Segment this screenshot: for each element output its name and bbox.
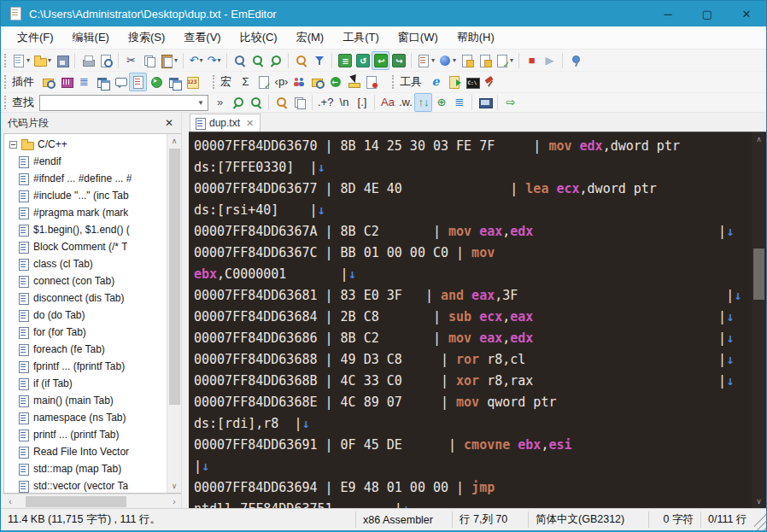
undo-button[interactable]: ↶▾: [187, 51, 205, 70]
snippet-item-10[interactable]: for (for Tab): [4, 324, 167, 341]
select-macro-button[interactable]: ▾: [494, 51, 515, 70]
run-macro-button[interactable]: ▶: [541, 51, 559, 70]
paste-button[interactable]: ▾: [158, 51, 179, 70]
wrap-window-button[interactable]: [354, 51, 372, 70]
snippet-item-12[interactable]: fprintf ... (fprintf Tab): [4, 358, 167, 375]
wrap-none-button[interactable]: [336, 51, 354, 70]
open-file-dropdown-icon[interactable]: ▾: [48, 56, 51, 64]
wrap-page-button[interactable]: [389, 51, 407, 70]
tool-browser-button[interactable]: [427, 73, 445, 91]
menu-item-4[interactable]: 比较(C): [231, 26, 287, 49]
use-regex-button[interactable]: .+?: [316, 93, 335, 112]
whole-word-button[interactable]: .w.: [396, 93, 414, 112]
tab-dup-txt[interactable]: dup.txt ✕: [190, 114, 261, 132]
plugin-snippets-button[interactable]: [129, 73, 147, 91]
scrollbar-thumb[interactable]: [753, 248, 764, 300]
status-syntax[interactable]: x86 Assembler: [356, 509, 452, 530]
menu-item-3[interactable]: 查看(V): [174, 26, 230, 49]
macro-breakpoint-button[interactable]: [362, 73, 380, 91]
filter-button[interactable]: [310, 51, 328, 70]
maximize-button[interactable]: ▢: [688, 1, 727, 26]
macro-back-button[interactable]: [326, 73, 344, 91]
scrollbar-thumb[interactable]: [26, 496, 126, 507]
menu-item-8[interactable]: 帮助(H): [448, 26, 504, 49]
macro-members-button[interactable]: [290, 73, 308, 91]
scroll-down-icon[interactable]: ∨: [756, 494, 762, 508]
tab-close-icon[interactable]: ✕: [246, 118, 254, 129]
toolbar-grip[interactable]: [4, 54, 6, 67]
macro-check-doc-button[interactable]: [255, 73, 272, 91]
find-input[interactable]: [40, 96, 194, 110]
paste-dropdown-icon[interactable]: ▾: [174, 56, 178, 64]
select-macro-dropdown-icon[interactable]: ▾: [510, 56, 513, 64]
scrollbar-thumb[interactable]: [169, 149, 180, 405]
snippet-item-17[interactable]: Read File Into Vector: [4, 443, 167, 460]
char-class-button[interactable]: [.]: [353, 93, 371, 112]
menu-item-1[interactable]: 编辑(E): [63, 26, 119, 49]
panel-splitter[interactable]: [182, 113, 189, 508]
snippet-item-1[interactable]: #ifndef ... #define ... #: [4, 170, 167, 187]
snippet-item-0[interactable]: #endif: [4, 153, 167, 170]
collapse-icon[interactable]: [9, 141, 17, 149]
plugin-search-button[interactable]: [39, 73, 57, 91]
tool-cmd-button[interactable]: [463, 73, 481, 91]
pin-button[interactable]: [566, 51, 584, 70]
toolbar-grip[interactable]: [4, 96, 6, 109]
scroll-up-icon[interactable]: ∧: [172, 134, 178, 148]
snippet-item-19[interactable]: std::vector (vector Ta: [4, 477, 167, 493]
find-in-files-button[interactable]: [292, 51, 310, 70]
new-file-button[interactable]: ▾: [10, 51, 32, 70]
macro-tag-button[interactable]: ‹p›: [272, 73, 290, 91]
save-button[interactable]: [53, 51, 71, 70]
plugin-projects-button[interactable]: [93, 73, 111, 91]
menu-item-7[interactable]: 窗口(W): [389, 26, 448, 49]
snippet-item-16[interactable]: printf ... (printf Tab): [4, 426, 167, 443]
wrap-char-button[interactable]: [372, 51, 389, 70]
macro-select-button[interactable]: [344, 73, 362, 91]
snippet-item-8[interactable]: disconnect (dis Tab): [4, 289, 167, 307]
find-dropdown-icon[interactable]: ▼: [194, 96, 208, 110]
editor-vertical-scrollbar[interactable]: ∧ ∨: [752, 132, 766, 508]
incremental-list-button[interactable]: ≣: [450, 93, 468, 112]
find-next-button[interactable]: [249, 51, 266, 70]
plugin-comment-button[interactable]: [111, 73, 129, 91]
print-preview-button[interactable]: [97, 51, 114, 70]
menu-item-0[interactable]: 文件(F): [8, 26, 63, 49]
resize-grip[interactable]: [754, 509, 766, 530]
sidebar-horizontal-scrollbar[interactable]: ‹ ›: [3, 494, 181, 508]
snippet-item-13[interactable]: if (if Tab): [4, 375, 167, 392]
snippet-item-3[interactable]: #pragma mark (mark: [4, 204, 167, 221]
find-next-green-button[interactable]: [247, 93, 265, 112]
snippet-item-9[interactable]: do (do Tab): [4, 307, 167, 324]
macro-find-button[interactable]: [308, 73, 326, 91]
search-around-button[interactable]: ⊕: [432, 93, 450, 112]
word-complete-button[interactable]: ▾: [436, 51, 458, 70]
close-button[interactable]: ✕: [727, 1, 766, 26]
jump-next-button[interactable]: ⇨: [501, 93, 519, 112]
snippets-close-icon[interactable]: ✕: [162, 117, 176, 129]
save-macro-button[interactable]: [476, 51, 494, 70]
find-previous-button[interactable]: [266, 51, 284, 70]
edit-macro-button[interactable]: [458, 51, 476, 70]
sidebar-vertical-scrollbar[interactable]: ∧ ∨: [167, 134, 181, 493]
find-button[interactable]: [231, 51, 249, 70]
display-screen-button[interactable]: [476, 93, 494, 112]
scroll-down-icon[interactable]: ∨: [172, 479, 178, 493]
snippet-item-5[interactable]: Block Comment (/* T: [4, 238, 167, 255]
snippet-item-11[interactable]: foreach (fe Tab): [4, 341, 167, 358]
menu-item-2[interactable]: 搜索(S): [119, 26, 174, 49]
snippet-item-2[interactable]: #include "..." (inc Tab: [4, 187, 167, 204]
plugin-outline-button[interactable]: ≣: [75, 73, 93, 91]
plugin-open-docs-button[interactable]: [165, 73, 183, 91]
editor-area[interactable]: 00007FF84DD63670 | 8B 14 25 30 03 FE 7F …: [189, 132, 766, 508]
toolbar-grip[interactable]: [4, 75, 6, 89]
toolbar-grip[interactable]: [213, 75, 214, 89]
tree-root-cpp[interactable]: C/C++: [4, 136, 167, 153]
insert-snippet-dropdown-icon[interactable]: ▾: [431, 56, 435, 64]
word-complete-dropdown-icon[interactable]: ▾: [453, 56, 456, 64]
record-macro-button[interactable]: ■: [523, 51, 541, 70]
find-previous-green-button[interactable]: [229, 93, 247, 112]
snippet-item-7[interactable]: connect (con Tab): [4, 272, 167, 289]
tool-build-button[interactable]: [481, 73, 499, 91]
plugin-explorer-button[interactable]: [147, 73, 165, 91]
